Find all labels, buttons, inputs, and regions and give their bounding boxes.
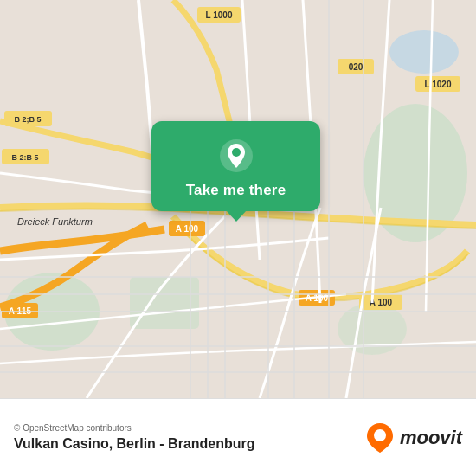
moovit-brand-text: moovit — [400, 427, 462, 449]
location-pin-icon — [219, 138, 254, 173]
info-left: © OpenStreetMap contributors Vulkan Casi… — [14, 423, 255, 452]
svg-text:B 2;B 5: B 2;B 5 — [14, 115, 41, 124]
svg-text:B 2:B 5: B 2:B 5 — [11, 153, 38, 162]
svg-text:020: 020 — [349, 62, 363, 72]
map-container: A 100 L 1000 B 2;B 5 B 2:B 5 A 115 A 100… — [0, 0, 476, 398]
svg-text:L 1020: L 1020 — [425, 80, 452, 89]
take-me-there-button[interactable]: Take me there — [186, 182, 286, 199]
attribution-text: © OpenStreetMap contributors — [14, 423, 255, 433]
svg-text:A 100: A 100 — [176, 224, 199, 234]
svg-point-5 — [389, 30, 459, 74]
popup-card: Take me there — [151, 121, 320, 211]
svg-text:Dreieck Funkturm: Dreieck Funkturm — [17, 216, 93, 227]
info-bar: © OpenStreetMap contributors Vulkan Casi… — [0, 398, 476, 476]
moovit-icon — [363, 421, 396, 454]
moovit-logo: moovit — [363, 421, 462, 454]
svg-point-39 — [232, 148, 241, 157]
svg-text:L 1000: L 1000 — [206, 10, 233, 20]
location-name: Vulkan Casino, Berlin - Brandenburg — [14, 436, 255, 452]
svg-point-40 — [374, 429, 386, 441]
